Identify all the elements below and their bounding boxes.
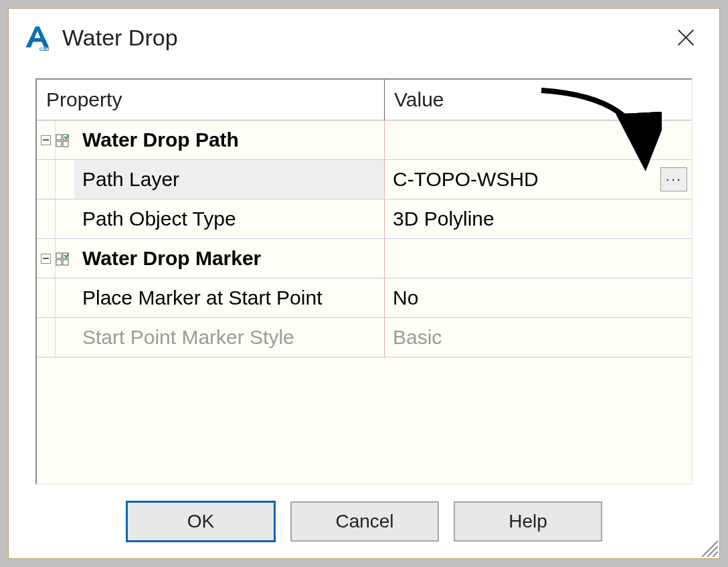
row-path-object-type[interactable]: Path Object Type 3D Polyline — [37, 199, 691, 239]
grid-header: Property Value — [37, 80, 691, 120]
svg-line-13 — [713, 552, 718, 557]
close-button[interactable] — [666, 17, 706, 58]
collapse-icon[interactable] — [41, 135, 51, 145]
dialog-title: Water Drop — [62, 25, 666, 51]
property-value: Basic — [393, 326, 442, 349]
svg-rect-6 — [63, 141, 68, 147]
cancel-button[interactable]: Cancel — [290, 501, 439, 542]
ok-button[interactable]: OK — [126, 501, 276, 542]
group-label: Water Drop Path — [74, 120, 384, 159]
property-value[interactable]: No — [393, 287, 418, 309]
property-value[interactable]: 3D Polyline — [393, 208, 494, 230]
header-property[interactable]: Property — [37, 80, 385, 120]
help-button[interactable]: Help — [454, 501, 602, 542]
category-icon — [56, 129, 69, 143]
group-label: Water Drop Marker — [74, 239, 384, 278]
property-label: Path Layer — [74, 160, 384, 199]
svg-rect-9 — [56, 260, 62, 265]
property-label: Place Marker at Start Point — [74, 278, 384, 317]
button-bar: OK Cancel Help — [35, 485, 693, 558]
water-drop-dialog: C3D Water Drop Property Value — [8, 8, 720, 559]
property-grid: Property Value — [35, 78, 693, 485]
titlebar: C3D Water Drop — [9, 9, 719, 66]
grid-body: Water Drop Path Path Layer C-TOPO-WSHD — [37, 120, 691, 357]
svg-rect-7 — [56, 253, 62, 258]
category-icon — [56, 248, 69, 261]
svg-line-12 — [707, 546, 718, 557]
ellipsis-icon: ··· — [666, 171, 682, 188]
close-icon — [676, 27, 696, 48]
row-place-marker[interactable]: Place Marker at Start Point No — [37, 278, 691, 318]
collapse-icon[interactable] — [41, 254, 51, 264]
group-water-drop-marker[interactable]: Water Drop Marker — [37, 239, 691, 278]
svg-text:C3D: C3D — [39, 46, 50, 52]
resize-grip[interactable] — [698, 537, 718, 557]
property-label: Path Object Type — [74, 199, 384, 238]
browse-button[interactable]: ··· — [660, 167, 687, 191]
header-value[interactable]: Value — [385, 80, 691, 120]
svg-rect-10 — [63, 260, 68, 265]
group-water-drop-path[interactable]: Water Drop Path — [37, 120, 691, 160]
svg-rect-3 — [56, 135, 62, 140]
property-label: Start Point Marker Style — [74, 318, 384, 357]
row-start-point-marker-style: Start Point Marker Style Basic — [37, 318, 691, 357]
row-path-layer[interactable]: Path Layer C-TOPO-WSHD ··· — [37, 160, 691, 199]
property-value[interactable]: C-TOPO-WSHD — [393, 168, 539, 191]
app-icon: C3D — [21, 21, 53, 54]
svg-rect-5 — [56, 141, 62, 147]
